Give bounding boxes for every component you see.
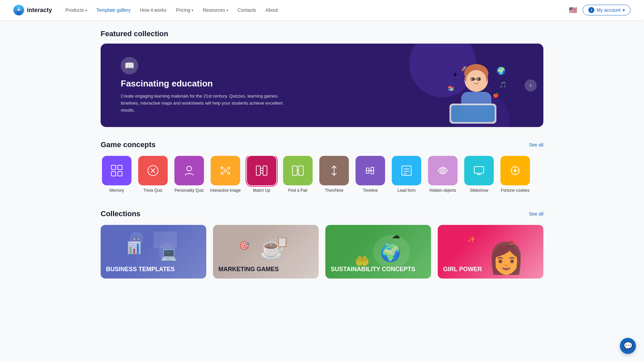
- game-card-fortune[interactable]: Fortune cookies: [499, 156, 531, 193]
- logo-text: interacty: [27, 7, 52, 14]
- svg-rect-19: [118, 165, 122, 170]
- collection-label-1: MARKETING GAMES: [213, 260, 284, 279]
- account-arrow: ▾: [623, 7, 625, 13]
- main-content: Featured collection 📖 Fascinating educat…: [87, 20, 557, 292]
- game-card-label-personality: Personality Quiz: [174, 188, 204, 193]
- game-card-icon-quiz: [138, 156, 168, 185]
- featured-banner: 📖 Fascinating education Create engaging …: [101, 44, 543, 127]
- svg-point-57: [514, 170, 516, 172]
- game-card-label-timeline: Timeline: [363, 188, 378, 193]
- game-card-label-memory: Memory: [109, 188, 124, 193]
- svg-rect-31: [256, 166, 260, 175]
- game-card-label-matchup: Match Up: [253, 188, 270, 193]
- svg-rect-32: [263, 166, 267, 175]
- game-card-icon-interactive: [211, 156, 240, 185]
- svg-point-25: [187, 166, 192, 171]
- nav-links: Products▾Template galleryHow it worksPri…: [65, 7, 569, 13]
- game-card-interactive[interactable]: Interactive image: [209, 156, 241, 193]
- svg-text:🌍: 🌍: [496, 66, 506, 75]
- game-concepts-grid: Memory Trivia Quiz Personality Quiz Inte…: [101, 156, 543, 196]
- nav-arrow: ▾: [226, 8, 228, 12]
- game-card-label-hidden: Hidden objects: [429, 188, 456, 193]
- svg-point-48: [442, 170, 443, 171]
- svg-text:👩: 👩: [487, 240, 525, 276]
- svg-point-27: [221, 167, 223, 169]
- logo-icon: ✦: [13, 5, 24, 15]
- game-card-icon-slideshow: [464, 156, 494, 185]
- game-card-findpair[interactable]: Find a Pair: [282, 156, 314, 193]
- collections-title: Collections: [101, 209, 141, 218]
- collection-label-3: GIRL POWER: [438, 260, 487, 279]
- game-card-icon-hidden: [428, 156, 458, 185]
- nav-link-pricing[interactable]: Pricing▾: [176, 7, 194, 13]
- game-card-icon-matchup: [247, 156, 276, 185]
- svg-text:👓: 👓: [132, 235, 141, 244]
- collection-card-0[interactable]: 💻 📊 👓 BUSINESS TEMPLATES: [101, 225, 206, 279]
- nav-link-about[interactable]: About: [266, 7, 278, 13]
- game-card-label-fortune: Fortune cookies: [501, 188, 529, 193]
- svg-point-30: [228, 172, 230, 174]
- svg-rect-49: [474, 167, 484, 173]
- game-card-quiz[interactable]: Trivia Quiz: [137, 156, 169, 193]
- game-card-thennow[interactable]: Then/Now: [318, 156, 350, 193]
- game-card-icon-fortune: [500, 156, 530, 185]
- game-card-icon-leadform: [392, 156, 421, 185]
- svg-text:🌍: 🌍: [380, 243, 401, 263]
- game-card-leadform[interactable]: Lead form: [390, 156, 423, 193]
- svg-rect-3: [451, 105, 495, 122]
- svg-rect-20: [111, 172, 116, 176]
- svg-text:🎵: 🎵: [499, 81, 507, 88]
- game-card-timeline[interactable]: Timeline: [354, 156, 386, 193]
- banner-illustration: 🌍 ✈ 📚 🎵 🍎 🚀: [409, 60, 517, 127]
- banner-description: Create engaging learning materials for t…: [121, 93, 288, 114]
- game-card-icon-personality: [174, 156, 204, 185]
- nav-right: 🇺🇸 i My account ▾: [569, 5, 631, 15]
- info-icon: i: [588, 7, 594, 13]
- game-card-memory[interactable]: Memory: [101, 156, 133, 193]
- game-card-matchup[interactable]: Match Up: [246, 156, 278, 193]
- collection-card-3[interactable]: 👩 ✨ 💄 GIRL POWER: [438, 225, 543, 279]
- game-card-icon-memory: [102, 156, 131, 185]
- game-card-label-findpair: Find a Pair: [288, 188, 308, 193]
- game-card-label-leadform: Lead form: [397, 188, 416, 193]
- collections-grid: 💻 📊 👓 BUSINESS TEMPLATES ☕ 📋 🎯 MARKETING…: [101, 225, 543, 279]
- svg-text:🎯: 🎯: [239, 240, 250, 251]
- svg-text:📚: 📚: [448, 85, 454, 92]
- game-card-slideshow[interactable]: Slideshow: [463, 156, 495, 193]
- collections-see-all[interactable]: See all: [529, 211, 543, 217]
- flag-icon[interactable]: 🇺🇸: [569, 6, 577, 14]
- game-card-label-slideshow: Slideshow: [470, 188, 488, 193]
- nav-link-template-gallery[interactable]: Template gallery: [96, 7, 130, 13]
- svg-rect-36: [292, 166, 297, 175]
- banner-book-icon: 📖: [121, 57, 138, 74]
- collections-header: Collections See all: [101, 209, 543, 218]
- svg-rect-37: [299, 166, 303, 175]
- svg-point-28: [228, 167, 230, 169]
- game-concepts-see-all[interactable]: See all: [529, 142, 543, 147]
- collection-label-0: BUSINESS TEMPLATES: [101, 260, 180, 279]
- nav-link-contacts[interactable]: Contacts: [237, 7, 256, 13]
- nav-link-resources[interactable]: Resources▾: [203, 7, 228, 13]
- game-card-label-thennow: Then/Now: [325, 188, 343, 193]
- nav-arrow: ▾: [85, 8, 87, 12]
- nav-link-how-it-works[interactable]: How it works: [140, 7, 166, 13]
- svg-point-6: [466, 70, 486, 90]
- game-card-personality[interactable]: Personality Quiz: [173, 156, 205, 193]
- banner-next-button[interactable]: ›: [525, 79, 537, 92]
- navbar: ✦ interacty Products▾Template galleryHow…: [0, 0, 644, 20]
- game-card-hidden[interactable]: Hidden objects: [427, 156, 459, 193]
- svg-text:🍎: 🍎: [493, 93, 499, 98]
- svg-text:✨: ✨: [467, 235, 476, 243]
- nav-link-products[interactable]: Products▾: [65, 7, 87, 13]
- banner-title: Fascinating education: [121, 78, 288, 89]
- game-card-icon-thennow: [319, 156, 349, 185]
- my-account-label: My account: [596, 7, 621, 13]
- logo[interactable]: ✦ interacty: [13, 5, 52, 15]
- my-account-button[interactable]: i My account ▾: [583, 5, 631, 15]
- svg-text:💄: 💄: [507, 239, 516, 247]
- collection-card-2[interactable]: 🌍 🤲 ☁ SUSTAINABILITY CONCEPTS: [325, 225, 431, 279]
- game-card-icon-findpair: [283, 156, 313, 185]
- svg-text:🚀: 🚀: [461, 66, 467, 71]
- svg-text:📋: 📋: [276, 236, 289, 248]
- collection-card-1[interactable]: ☕ 📋 🎯 MARKETING GAMES: [213, 225, 319, 279]
